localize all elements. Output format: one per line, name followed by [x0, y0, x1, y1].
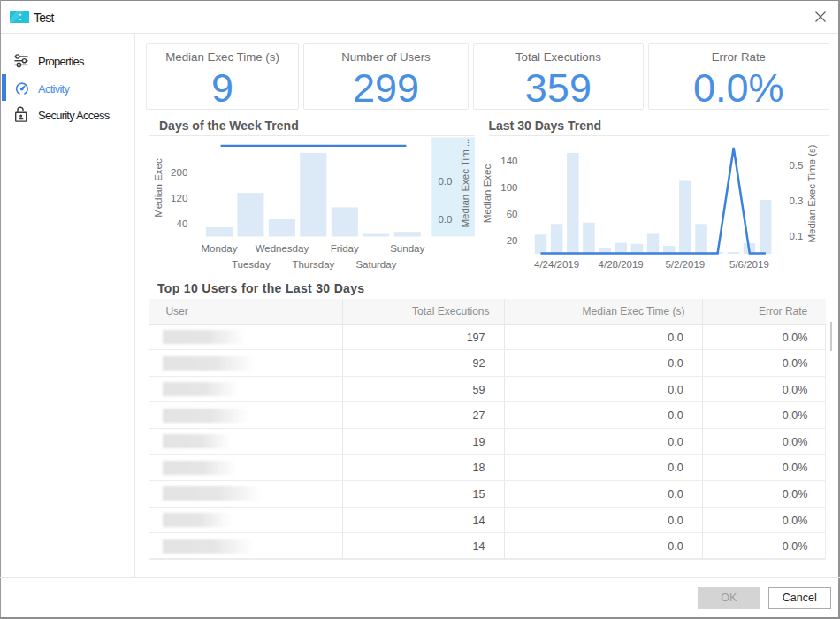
svg-text:200: 200: [171, 167, 187, 178]
svg-text:Median Exec: Median Exec: [153, 158, 164, 218]
svg-text:60: 60: [507, 209, 518, 219]
svg-text:Tuesday: Tuesday: [232, 259, 271, 270]
svg-text:5/2/2019: 5/2/2019: [665, 259, 705, 270]
svg-text:20: 20: [507, 235, 518, 246]
svg-text:Median Exec Tim ...: Median Exec Tim ...: [460, 139, 470, 228]
svg-text:4/28/2019: 4/28/2019: [599, 259, 644, 270]
svg-text:Monday: Monday: [202, 243, 238, 254]
svg-text:Friday: Friday: [331, 243, 359, 254]
svg-text:Wednesday: Wednesday: [256, 243, 309, 254]
svg-text:5/6/2019: 5/6/2019: [729, 259, 769, 270]
svg-text:Median Exec Time (s): Median Exec Time (s): [806, 144, 817, 242]
svg-text:Saturday: Saturday: [355, 259, 396, 270]
svg-text:0.0: 0.0: [438, 176, 452, 187]
svg-text:4/24/2019: 4/24/2019: [534, 259, 579, 270]
svg-text:Median Exec: Median Exec: [482, 164, 493, 224]
svg-text:Sunday: Sunday: [390, 243, 424, 254]
svg-text:120: 120: [171, 193, 187, 203]
svg-text:100: 100: [500, 182, 517, 193]
svg-text:0.3: 0.3: [789, 195, 803, 206]
svg-text:0.0: 0.0: [438, 214, 452, 225]
svg-text:0.5: 0.5: [789, 160, 803, 171]
svg-text:140: 140: [500, 156, 517, 166]
svg-text:0.1: 0.1: [789, 231, 803, 241]
svg-text:Thursday: Thursday: [292, 259, 334, 270]
svg-text:40: 40: [177, 218, 188, 229]
